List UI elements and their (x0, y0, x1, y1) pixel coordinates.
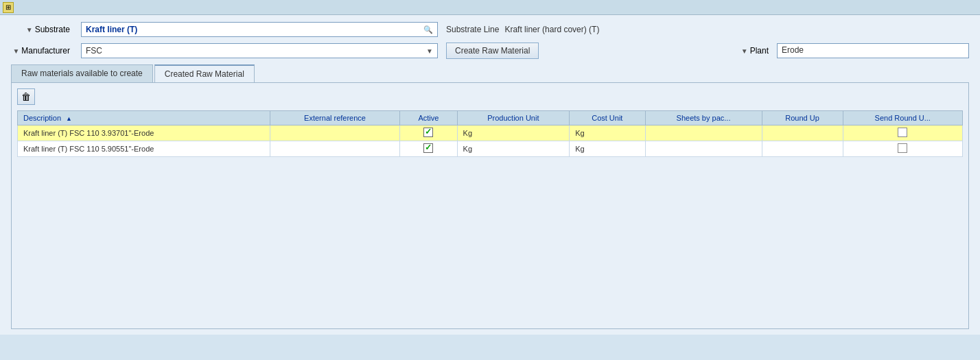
substrate-line-value: Kraft liner (hard cover) (T) (504, 25, 599, 34)
main-content: ▼ Substrate Kraft liner (T) 🔍 Substrate … (0, 15, 980, 335)
col-description: Description ▲ (18, 111, 270, 125)
raw-materials-table: Description ▲ External reference Active … (17, 110, 963, 157)
plant-arrow-icon: ▼ (741, 47, 748, 55)
tabs-section: Raw materials available to create Create… (11, 64, 969, 82)
col-sheets-by-pac: Sheets by pac... (645, 111, 762, 125)
tab-raw-available-label: Raw materials available to create (21, 69, 143, 78)
row1-cost-unit: Kg (570, 125, 645, 141)
plant-section: ▼ Plant Erode (547, 43, 969, 58)
substrate-row: ▼ Substrate Kraft liner (T) 🔍 Substrate … (11, 22, 969, 37)
row2-sheets-by-pac (645, 141, 762, 157)
substrate-value: Kraft liner (T) (86, 25, 137, 34)
search-icon: 🔍 (423, 25, 433, 34)
col-round-up: Round Up (762, 111, 843, 125)
tab-content: 🗑 Description ▲ External reference Activ… (11, 82, 969, 329)
col-production-unit: Production Unit (457, 111, 570, 125)
row2-active[interactable] (400, 141, 457, 157)
col-production-unit-label: Production Unit (487, 114, 539, 122)
top-bar: ⊞ (0, 0, 980, 15)
row1-active[interactable] (400, 125, 457, 141)
col-sheets-by-pac-label: Sheets by pac... (677, 114, 731, 122)
row2-send-round-u[interactable] (843, 141, 962, 157)
col-external-ref: External reference (270, 111, 400, 125)
manufacturer-label-container: ▼ Manufacturer (11, 46, 73, 56)
col-active: Active (400, 111, 457, 125)
substrate-input[interactable]: Kraft liner (T) 🔍 (81, 22, 438, 37)
row2-production-unit: Kg (457, 141, 570, 157)
tab-created-raw[interactable]: Created Raw Material (154, 64, 255, 82)
row1-sheets-by-pac (645, 125, 762, 141)
delete-button[interactable]: 🗑 (17, 88, 35, 105)
table-toolbar: 🗑 (17, 88, 963, 105)
col-send-round-u-label: Send Round U... (875, 114, 931, 122)
create-raw-material-button[interactable]: Create Raw Material (446, 43, 539, 59)
dropdown-arrow-icon: ▼ (426, 47, 433, 55)
col-round-up-label: Round Up (785, 114, 819, 122)
row1-external-ref (270, 125, 400, 141)
active-checkbox-checked[interactable] (423, 143, 433, 153)
plant-label: Plant (750, 46, 769, 56)
col-cost-unit: Cost Unit (570, 111, 645, 125)
col-send-round-u: Send Round U... (843, 111, 962, 125)
plant-input[interactable]: Erode (777, 43, 969, 58)
plant-label-container: ▼ Plant (710, 46, 771, 56)
table-header-row: Description ▲ External reference Active … (18, 111, 963, 125)
col-description-label: Description (23, 114, 61, 122)
substrate-label-container: ▼ Substrate (11, 25, 73, 34)
col-active-label: Active (418, 114, 439, 122)
substrate-line-section: Substrate Line Kraft liner (hard cover) … (446, 25, 969, 34)
manufacturer-value: FSC (86, 46, 102, 56)
row1-send-round-u[interactable] (843, 125, 962, 141)
manufacturer-arrow-icon: ▼ (12, 47, 19, 55)
manufacturer-label: Manufacturer (21, 46, 70, 56)
row2-description: Kraft liner (T) FSC 110 5.90551"-Erode (18, 141, 270, 157)
sort-icon: ▲ (66, 115, 72, 122)
app-icon: ⊞ (3, 2, 14, 13)
delete-icon: 🗑 (21, 91, 31, 102)
row2-round-up (762, 141, 843, 157)
row2-external-ref (270, 141, 400, 157)
table-row[interactable]: Kraft liner (T) FSC 110 5.90551"-Erode K… (18, 141, 963, 157)
substrate-label: Substrate (35, 25, 70, 34)
row1-production-unit: Kg (457, 125, 570, 141)
tab-created-raw-label: Created Raw Material (165, 69, 244, 79)
plant-value: Erode (782, 45, 804, 55)
row1-round-up (762, 125, 843, 141)
table-row[interactable]: Kraft liner (T) FSC 110 3.93701"-Erode K… (18, 125, 963, 141)
manufacturer-row: ▼ Manufacturer FSC ▼ Create Raw Material… (11, 43, 969, 59)
active-checkbox-checked[interactable] (423, 128, 433, 137)
col-external-ref-label: External reference (304, 114, 366, 122)
tab-raw-available[interactable]: Raw materials available to create (11, 64, 153, 82)
substrate-line-label: Substrate Line (446, 25, 499, 34)
manufacturer-dropdown[interactable]: FSC ▼ (81, 43, 438, 58)
send-round-u-checkbox[interactable] (898, 128, 907, 137)
send-round-u-checkbox[interactable] (898, 143, 907, 153)
row1-description: Kraft liner (T) FSC 110 3.93701"-Erode (18, 125, 270, 141)
col-cost-unit-label: Cost Unit (592, 114, 622, 122)
row2-cost-unit: Kg (570, 141, 645, 157)
substrate-arrow-icon: ▼ (26, 26, 33, 34)
